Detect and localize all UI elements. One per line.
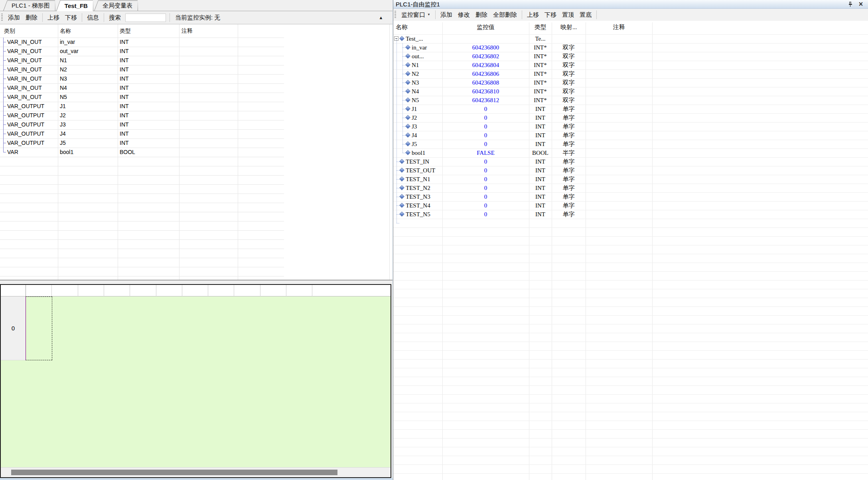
- cell-mapping[interactable]: 单字: [552, 210, 586, 219]
- cell-comment[interactable]: [181, 111, 237, 120]
- cell-type[interactable]: INT: [529, 184, 552, 192]
- cell-comment[interactable]: [586, 192, 652, 201]
- cell-type[interactable]: INT: [529, 192, 552, 201]
- add-button[interactable]: 添加: [438, 10, 455, 20]
- cell-category[interactable]: VAR_OUTPUT: [7, 120, 57, 129]
- monitor-row[interactable]: TEST_N50INT单字: [393, 210, 868, 219]
- cell-comment[interactable]: [181, 83, 237, 93]
- monitor-row[interactable]: TEST_N10INT单字: [393, 175, 868, 184]
- cell-name[interactable]: TEST_N5: [406, 210, 442, 219]
- cell-category[interactable]: VAR_IN_OUT: [7, 93, 57, 102]
- cell-comment[interactable]: [586, 148, 652, 157]
- variable-row[interactable]: VAR_IN_OUTout_varINT: [0, 47, 393, 56]
- cell-type[interactable]: INT: [529, 175, 552, 184]
- column-header-comment[interactable]: 注释: [586, 21, 652, 34]
- cell-mapping[interactable]: 单字: [552, 184, 586, 192]
- cell-name[interactable]: J1: [412, 105, 442, 113]
- cell-name[interactable]: J2: [412, 113, 442, 122]
- column-header-value[interactable]: 监控值: [442, 21, 529, 34]
- cell-name[interactable]: out...: [412, 52, 442, 61]
- cell-comment[interactable]: [586, 52, 652, 61]
- cell-type[interactable]: INT: [120, 38, 179, 47]
- move-down-button[interactable]: 下移: [62, 13, 80, 22]
- cell-type[interactable]: INT: [529, 131, 552, 140]
- column-header-mapping[interactable]: 映射...: [552, 21, 586, 34]
- cell-name[interactable]: J4: [412, 131, 442, 140]
- cell-mapping[interactable]: 单字: [552, 122, 586, 131]
- cell-name[interactable]: J2: [60, 111, 117, 120]
- cell-type[interactable]: INT*: [529, 52, 552, 61]
- cell-name[interactable]: J4: [60, 129, 117, 138]
- cell-category[interactable]: VAR_IN_OUT: [7, 38, 57, 47]
- cell-type[interactable]: INT: [120, 56, 179, 65]
- monitor-row[interactable]: TEST_N20INT单字: [393, 184, 868, 192]
- cell-name[interactable]: in_var: [60, 38, 117, 47]
- column-header-name[interactable]: 名称: [60, 24, 71, 38]
- cell-value[interactable]: 604236806: [442, 69, 529, 78]
- cell-comment[interactable]: [181, 138, 237, 148]
- cell-comment[interactable]: [181, 102, 237, 111]
- add-button[interactable]: 添加: [5, 13, 23, 22]
- monitor-row[interactable]: out...604236802INT*双字: [393, 52, 868, 61]
- cell-comment[interactable]: [586, 43, 652, 52]
- monitor-row[interactable]: J40INT单字: [393, 131, 868, 140]
- cell-comment[interactable]: [181, 38, 237, 47]
- cell-name[interactable]: N2: [412, 69, 442, 78]
- cell-category[interactable]: VAR_IN_OUT: [7, 74, 57, 83]
- cell-type[interactable]: INT: [529, 210, 552, 219]
- cell-name[interactable]: N2: [60, 65, 117, 74]
- cell-name[interactable]: N1: [60, 56, 117, 65]
- cell-value[interactable]: [442, 34, 529, 43]
- cell-type[interactable]: INT*: [529, 78, 552, 87]
- cell-type[interactable]: INT: [120, 74, 179, 83]
- cell-name[interactable]: N4: [60, 83, 117, 93]
- cell-type[interactable]: INT*: [529, 43, 552, 52]
- cell-type[interactable]: INT*: [529, 96, 552, 105]
- monitor-row[interactable]: J10INT单字: [393, 105, 868, 113]
- cell-name[interactable]: J5: [412, 140, 442, 148]
- delete-button[interactable]: 删除: [23, 13, 40, 22]
- ladder-selection-cursor[interactable]: [26, 296, 52, 360]
- cell-category[interactable]: VAR_IN_OUT: [7, 83, 57, 93]
- cell-comment[interactable]: [181, 47, 237, 56]
- cell-name[interactable]: Test_...: [406, 34, 442, 43]
- cell-type[interactable]: INT: [529, 122, 552, 131]
- cell-name[interactable]: TEST_N2: [406, 184, 442, 192]
- tab-plc1-ladder[interactable]: PLC1 - 梯形图: [3, 0, 55, 11]
- variable-row[interactable]: VAR_IN_OUTN5INT: [0, 93, 393, 102]
- cell-name[interactable]: bool1: [412, 148, 442, 157]
- cell-type[interactable]: INT*: [529, 61, 552, 69]
- monitor-row[interactable]: N3604236808INT*双字: [393, 78, 868, 87]
- cell-name[interactable]: in_var: [412, 43, 442, 52]
- variable-row[interactable]: VAR_IN_OUTN2INT: [0, 65, 393, 74]
- variable-row[interactable]: VAR_OUTPUTJ3INT: [0, 120, 393, 129]
- cell-name[interactable]: J3: [412, 122, 442, 131]
- cell-mapping[interactable]: 单字: [552, 140, 586, 148]
- search-button[interactable]: 搜索: [106, 13, 124, 22]
- move-bottom-button[interactable]: 置底: [577, 10, 594, 20]
- cell-comment[interactable]: [586, 122, 652, 131]
- cell-type[interactable]: BOOL: [120, 148, 179, 157]
- delete-all-button[interactable]: 全部删除: [490, 10, 520, 20]
- cell-type[interactable]: INT: [120, 93, 179, 102]
- cell-type[interactable]: INT: [120, 138, 179, 148]
- cell-type[interactable]: INT: [120, 83, 179, 93]
- cell-comment[interactable]: [586, 184, 652, 192]
- cell-category[interactable]: VAR_OUTPUT: [7, 102, 57, 111]
- scrollbar-thumb[interactable]: [11, 470, 337, 475]
- cell-type[interactable]: INT: [529, 140, 552, 148]
- modify-button[interactable]: 修改: [455, 10, 473, 20]
- variable-row[interactable]: VAR_IN_OUTN1INT: [0, 56, 393, 65]
- monitor-window-button[interactable]: 监控窗口▼: [398, 10, 433, 20]
- cell-comment[interactable]: [586, 34, 652, 43]
- monitor-row[interactable]: in_var604236800INT*双字: [393, 43, 868, 52]
- cell-name[interactable]: bool1: [60, 148, 117, 157]
- cell-comment[interactable]: [586, 78, 652, 87]
- cell-mapping[interactable]: 双字: [552, 96, 586, 105]
- cell-mapping[interactable]: 单字: [552, 192, 586, 201]
- monitor-row[interactable]: N5604236812INT*双字: [393, 96, 868, 105]
- cell-name[interactable]: J5: [60, 138, 117, 148]
- tab-global-vars[interactable]: 全局变量表: [94, 0, 138, 11]
- cell-type[interactable]: INT*: [529, 87, 552, 96]
- cell-value[interactable]: 604236804: [442, 61, 529, 69]
